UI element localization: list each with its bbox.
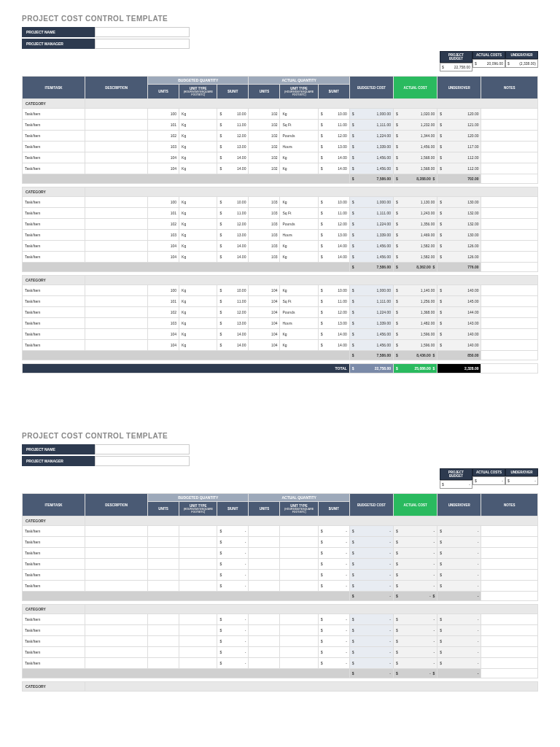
table-row: Task/Item 103Kg$13.00 104Hours$13.00 $1,…	[23, 318, 538, 329]
table-row: Task/Item $ - $ - $ - $ - $ -	[23, 548, 538, 559]
table-row: Task/Item 104Kg$14.00 103Kg$14.00 $1,456…	[23, 241, 538, 252]
category-row: CATEGORY	[23, 605, 538, 614]
subtotal-row: $- $- $ -	[23, 592, 538, 601]
table-row: Task/Item 102Kg$12.00 103Pounds$12.00 $1…	[23, 219, 538, 230]
subtotal-row: $7,586.00 $8,288.00 $ 702.00	[23, 174, 538, 184]
table-row: Task/Item $ - $ - $ - $ - $ -	[23, 570, 538, 581]
table-row: Task/Item $ - $ - $ - $ - $ -	[23, 625, 538, 636]
page-2: PROJECT COST CONTROL TEMPLATE PROJECT NA…	[22, 432, 538, 692]
table-row: Task/Item 103Kg$13.00 103Hours$13.00 $1,…	[23, 230, 538, 241]
page-title: PROJECT COST CONTROL TEMPLATE	[22, 15, 538, 23]
project-name-input[interactable]	[95, 444, 190, 454]
table-row: Task/Item 101Kg$11.00 103Sq Ft$11.00 $1,…	[23, 208, 538, 219]
table-row: Task/Item 104Kg$14.00 103Kg$14.00 $1,456…	[23, 252, 538, 263]
cost-table: ITEM/TASK DESCRIPTION BUDGETED QUANTITY …	[22, 76, 538, 374]
subtotal-row: $- $- $ -	[23, 669, 538, 678]
table-row: Task/Item 102Kg$12.00 104Pounds$12.00 $1…	[23, 307, 538, 318]
category-row: CATEGORY	[23, 276, 538, 285]
table-row: Task/Item $ - $ - $ - $ - $ -	[23, 614, 538, 625]
subtotal-row: $7,586.00 $8,436.00 $ 850.00	[23, 351, 538, 360]
page-1: PROJECT COST CONTROL TEMPLATE PROJECT NA…	[22, 15, 538, 374]
subtotal-row: $7,586.00 $8,362.00 $ 776.00	[23, 263, 538, 272]
table-row: Task/Item $ - $ - $ - $ - $ -	[23, 537, 538, 548]
table-row: Task/Item $ - $ - $ - $ - $ -	[23, 658, 538, 669]
cost-table: ITEM/TASK DESCRIPTION BUDGETED QUANTITY …	[22, 493, 538, 692]
table-row: Task/Item 101Kg$11.00 102Sq Ft$11.00 $1,…	[23, 120, 538, 131]
table-row: Task/Item 100Kg$10.00 104Kg$10.00 $1,000…	[23, 285, 538, 296]
table-row: Task/Item $ - $ - $ - $ - $ -	[23, 581, 538, 592]
project-manager-input[interactable]	[95, 456, 190, 466]
table-row: Task/Item $ - $ - $ - $ - $ -	[23, 636, 538, 647]
table-row: Task/Item $ - $ - $ - $ - $ -	[23, 559, 538, 570]
summary-row: PROJECT BUDGET$- ACTUAL COSTS$- UNDER/OV…	[22, 468, 538, 489]
table-row: Task/Item $ - $ - $ - $ - $ -	[23, 526, 538, 537]
table-row: Task/Item 104Kg$14.00 104Kg$14.00 $1,456…	[23, 340, 538, 351]
summary-row: PROJECT BUDGET$22,758.00 ACTUAL COSTS$20…	[22, 51, 538, 71]
table-row: Task/Item $ - $ - $ - $ - $ -	[23, 647, 538, 658]
category-row: CATEGORY	[23, 682, 538, 692]
category-row: CATEGORY	[23, 99, 538, 109]
category-row: CATEGORY	[23, 516, 538, 526]
project-name-label: PROJECT NAME	[22, 444, 95, 454]
table-row: Task/Item 104Kg$14.00 102Kg$14.00 $1,456…	[23, 163, 538, 174]
total-row: TOTAL $22,758.00 $25,086.00 $ 2,328.00	[23, 364, 538, 374]
table-row: Task/Item 101Kg$11.00 104Sq Ft$11.00 $1,…	[23, 296, 538, 307]
page-title: PROJECT COST CONTROL TEMPLATE	[22, 432, 538, 440]
table-row: Task/Item 104Kg$14.00 104Kg$14.00 $1,456…	[23, 329, 538, 340]
table-row: Task/Item 103Kg$13.00 102Hours$13.00 $1,…	[23, 142, 538, 152]
project-manager-input[interactable]	[95, 39, 190, 49]
table-row: Task/Item 100Kg$10.00 103Kg$10.00 $1,000…	[23, 197, 538, 208]
table-row: Task/Item 102Kg$12.00 102Pounds$12.00 $1…	[23, 131, 538, 142]
table-row: Task/Item 100Kg$10.00 102Kg$10.00 $1,000…	[23, 109, 538, 120]
project-name-label: PROJECT NAME	[22, 27, 95, 37]
category-row: CATEGORY	[23, 187, 538, 197]
project-manager-label: PROJECT MANAGER	[22, 39, 95, 49]
project-name-input[interactable]	[95, 27, 190, 37]
project-manager-label: PROJECT MANAGER	[22, 456, 95, 466]
table-row: Task/Item 104Kg$14.00 102Kg$14.00 $1,456…	[23, 152, 538, 163]
